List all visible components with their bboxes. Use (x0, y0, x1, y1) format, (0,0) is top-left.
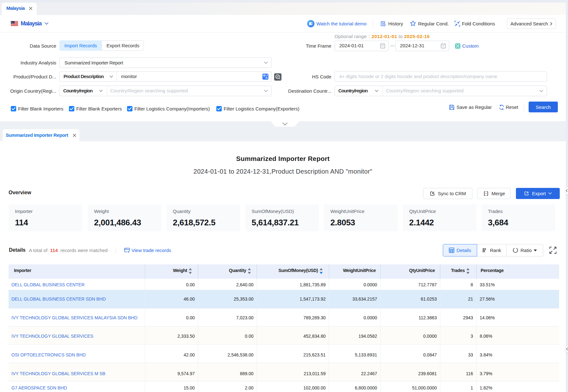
svg-text:A: A (266, 76, 268, 79)
